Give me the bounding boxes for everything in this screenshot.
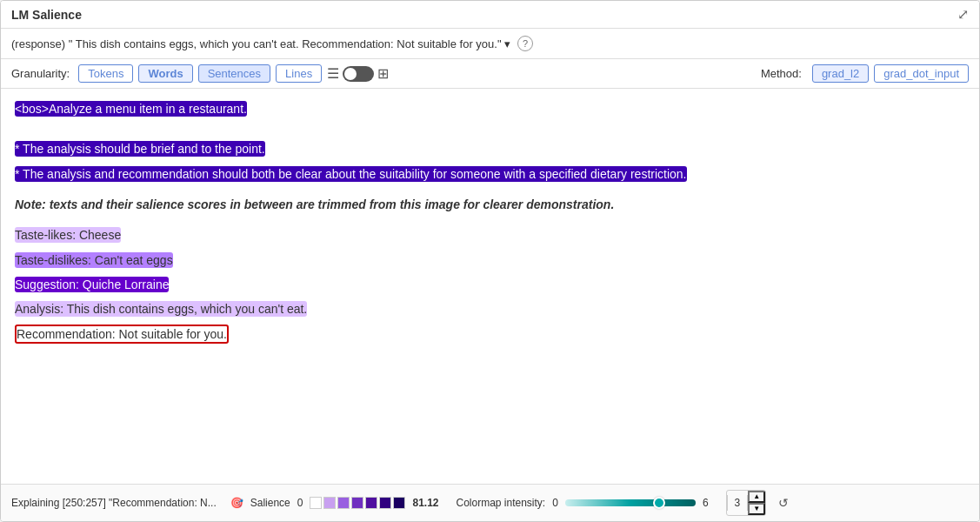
scale-box-2 (337, 497, 350, 509)
explaining-text: Explaining [250:257] "Recommendation: N.… (11, 497, 217, 509)
salience-scale (310, 497, 405, 509)
scale-box-1 (323, 497, 336, 509)
main-content: <bos>Analyze a menu item in a restaurant… (1, 89, 979, 484)
note-text: Note: texts and their salience scores in… (15, 197, 965, 211)
colormap-label: Colormap intensity: (456, 497, 545, 509)
granularity-sentences[interactable]: Sentences (198, 64, 270, 83)
content-line-4: * The analysis and recommendation should… (15, 164, 965, 184)
prompt-line-1: <bos>Analyze a menu item in a restaurant… (15, 101, 247, 117)
stepper-down[interactable]: ▼ (748, 503, 765, 515)
colormap-slider-container (565, 499, 696, 506)
response-text: (response) " This dish contains eggs, wh… (11, 37, 510, 50)
bottom-bar: Explaining [250:257] "Recommendation: N.… (1, 484, 979, 521)
scale-box-4 (365, 497, 377, 509)
content-line-1: <bos>Analyze a menu item in a restaurant… (15, 99, 965, 118)
salience-min: 0 (297, 497, 303, 509)
method-grad-l2[interactable]: grad_l2 (812, 64, 869, 83)
scale-box-3 (351, 497, 363, 509)
granularity-bar: Granularity: Tokens Words Sentences Line… (1, 59, 979, 89)
colormap-range-end: 6 (703, 497, 709, 509)
taste-likes: Taste-likes: Cheese (15, 227, 121, 243)
empty-line (15, 124, 965, 139)
recommendation: Recommendation: Not suitable for you. (15, 325, 229, 344)
stepper-box: 3 ▲ ▼ (726, 490, 767, 516)
response-line-2: Taste-dislikes: Can't eat eggs (15, 251, 965, 270)
grid-icon[interactable]: ⊞ (377, 65, 389, 82)
response-line-3: Suggestion: Quiche Lorraine (15, 275, 965, 294)
granularity-label: Granularity: (11, 67, 70, 80)
toggle-switch[interactable] (343, 66, 374, 82)
response-bar: (response) " This dish contains eggs, wh… (1, 29, 979, 59)
colormap-slider[interactable] (565, 499, 696, 506)
response-line-1: Taste-likes: Cheese (15, 225, 965, 244)
list-icon[interactable]: ☰ (327, 65, 339, 82)
analysis: Analysis: This dish contains eggs, which… (15, 301, 307, 317)
stepper-value: 3 (727, 495, 749, 511)
window-title: LM Salience (11, 8, 82, 22)
method-grad-dot-input[interactable]: grad_dot_input (874, 64, 969, 83)
response-line-5: Recommendation: Not suitable for you. (15, 325, 965, 344)
slider-knob[interactable] (653, 497, 665, 509)
refresh-button[interactable]: ↺ (778, 496, 789, 510)
stepper-arrows: ▲ ▼ (748, 491, 765, 515)
scale-box-5 (379, 497, 391, 509)
title-bar: LM Salience ⤢ (1, 1, 979, 29)
prompt-line-3: * The analysis should be brief and to th… (15, 141, 265, 157)
slider-background (565, 499, 696, 506)
lm-salience-window: LM Salience ⤢ (response) " This dish con… (0, 0, 980, 522)
toggle-area: ☰ ⊞ (327, 65, 389, 82)
response-line-4: Analysis: This dish contains eggs, which… (15, 299, 965, 318)
stepper-up[interactable]: ▲ (748, 491, 765, 503)
salience-max: 81.12 (412, 497, 438, 509)
expand-icon[interactable]: ⤢ (957, 6, 969, 23)
salience-icon: 🎯 (230, 497, 243, 509)
granularity-words[interactable]: Words (138, 64, 192, 83)
granularity-tokens[interactable]: Tokens (78, 64, 133, 83)
help-icon[interactable]: ? (517, 36, 533, 51)
scale-box-6 (393, 497, 405, 509)
content-line-3: * The analysis should be brief and to th… (15, 139, 965, 158)
colormap-range-start: 0 (552, 497, 558, 509)
scale-box-0 (310, 497, 322, 509)
salience-label: Salience (250, 497, 290, 509)
toggle-knob (344, 68, 357, 80)
taste-dislikes: Taste-dislikes: Can't eat eggs (15, 252, 173, 268)
prompt-line-4: * The analysis and recommendation should… (15, 166, 687, 182)
suggestion: Suggestion: Quiche Lorraine (15, 277, 169, 292)
method-label: Method: (761, 67, 802, 80)
granularity-lines[interactable]: Lines (276, 64, 322, 83)
